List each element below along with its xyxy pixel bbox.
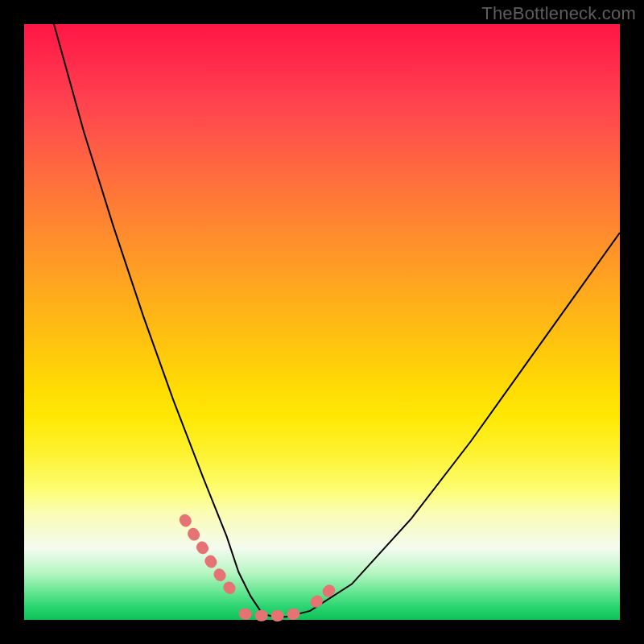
curve-line: [54, 24, 620, 617]
highlight-right: [316, 582, 338, 601]
highlight-bottom: [245, 613, 299, 616]
chart-svg: [0, 0, 644, 644]
